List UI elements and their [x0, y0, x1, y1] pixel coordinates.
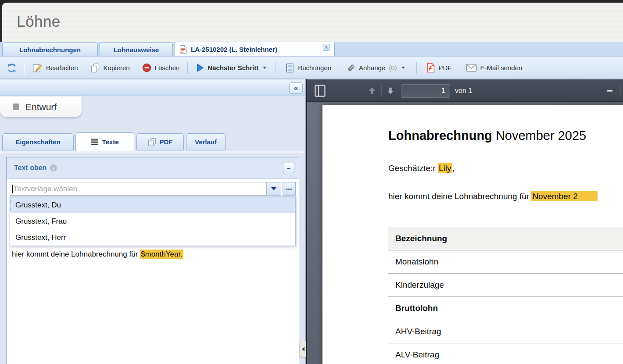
- tab-lohnabrechnungen[interactable]: Lohnabrechnungen: [2, 43, 98, 56]
- status-badge: Entwurf: [0, 96, 82, 117]
- caret-down-icon: [263, 67, 266, 69]
- table-row: Monatslohn: [388, 250, 623, 274]
- template-combo-input[interactable]: Textvorlage wählen: [10, 182, 267, 196]
- table-row: ALV-Beitrag: [388, 343, 623, 364]
- info-icon[interactable]: i: [50, 164, 57, 171]
- page-header: Löhne: [2, 3, 623, 42]
- copy-icon: [90, 63, 100, 73]
- text-editor-content[interactable]: hier kommt deine Lohnabrechnung für $mon…: [7, 246, 299, 263]
- sidebar-toggle-icon: [315, 85, 326, 97]
- main-tab-bar: Lohnabrechnungen Lohnausweise LA-2510202…: [0, 42, 623, 57]
- collapse-panel-button[interactable]: «: [289, 82, 303, 94]
- previous-page-button[interactable]: [367, 86, 377, 96]
- pdf-toolbar-separator: [381, 86, 382, 96]
- zoom-out-button[interactable]: −: [607, 86, 613, 95]
- next-step-label: Nächster Schritt: [208, 64, 258, 71]
- refresh-icon: [6, 63, 18, 73]
- pdf-icon: [426, 63, 435, 73]
- paperclip-icon: [346, 63, 355, 72]
- delete-button[interactable]: Löschen: [140, 61, 183, 74]
- toolbar-separator: [24, 62, 25, 74]
- body-prefix: hier kommt deine Lohnabrechnung für: [388, 192, 531, 201]
- close-icon[interactable]: ×: [323, 44, 330, 51]
- text-oben-panel: Text oben i − Textvorlage wählen ••• Gru…: [6, 157, 299, 364]
- tab-texte[interactable]: Texte: [75, 132, 134, 151]
- toolbar-separator: [187, 62, 188, 74]
- tab-label: Texte: [102, 138, 118, 146]
- minus-circle-icon: [142, 63, 151, 72]
- attachments-count: (0): [389, 64, 397, 71]
- attachments-label: Anhänge: [359, 64, 385, 71]
- dropdown-option[interactable]: Grusstext, Du: [10, 197, 295, 213]
- page-title: Löhne: [17, 13, 61, 30]
- document-title-regular: November 2025: [492, 128, 586, 143]
- highlighted-period: November 2: [531, 191, 598, 201]
- play-icon: [196, 63, 204, 72]
- dropdown-option[interactable]: Grusstext, Frau: [10, 213, 295, 229]
- envelope-icon: [466, 64, 477, 72]
- pdf-label: PDF: [439, 64, 452, 71]
- document-icon: [179, 45, 187, 54]
- tab-eigenschaften[interactable]: Eigenschaften: [2, 133, 74, 150]
- pdf-page: Lohnabrechnung November 2025 Geschätzte:…: [322, 105, 623, 364]
- caret-down-icon: [401, 67, 405, 69]
- tab-pdf[interactable]: PDF: [136, 133, 184, 150]
- text-oben-header: Text oben i −: [7, 157, 299, 179]
- tab-label: Verlauf: [195, 138, 217, 146]
- panel-toolbar: «: [0, 80, 305, 96]
- panel-title: Text oben: [14, 164, 47, 172]
- combo-more-button[interactable]: •••: [283, 182, 296, 196]
- delete-label: Löschen: [155, 64, 180, 71]
- text-lines-icon: [91, 139, 98, 145]
- template-dropdown-list: Grusstext, DuGrusstext, FrauGrusstext, H…: [10, 196, 296, 246]
- ledger-icon: [285, 63, 294, 73]
- template-combo: Textvorlage wählen •••: [10, 182, 296, 196]
- tab-baseline: [0, 151, 305, 153]
- table-body: MonatslohnKinderzulageBruttolohnAHV-Beit…: [388, 250, 623, 364]
- bookings-button[interactable]: Buchungen: [282, 61, 334, 75]
- edit-label: Bearbeiten: [46, 64, 78, 71]
- tab-label: Lohnausweise: [114, 46, 159, 54]
- app-window: Löhne Lohnabrechnungen Lohnausweise LA-2…: [0, 0, 623, 364]
- next-step-button[interactable]: Nächster Schritt: [193, 61, 269, 74]
- pdf-toolbar-separator: [620, 85, 621, 96]
- table-row: AHV-Beitrag: [388, 320, 623, 343]
- arrow-up-icon: [367, 86, 377, 96]
- triangle-left-icon: [302, 347, 304, 351]
- tab-verlauf[interactable]: Verlauf: [186, 133, 226, 150]
- refresh-button[interactable]: [4, 61, 20, 75]
- copy-button[interactable]: Kopieren: [88, 61, 132, 75]
- edit-button[interactable]: Bearbeiten: [30, 61, 81, 75]
- combo-dropdown-button[interactable]: [267, 182, 281, 196]
- pages-icon: [148, 138, 156, 146]
- pdf-viewer: 1 von 1 − Lohnabrechnung November 2025 G…: [307, 79, 623, 364]
- tab-label: Eigenschaften: [15, 138, 61, 146]
- pdf-button[interactable]: PDF: [423, 61, 455, 75]
- bookings-label: Buchungen: [298, 64, 331, 71]
- sidebar-toggle-button[interactable]: [315, 85, 326, 97]
- highlighted-name: Lily: [438, 163, 452, 173]
- chevron-down-icon: [271, 187, 276, 190]
- tab-label: PDF: [160, 138, 173, 146]
- splitter-collapse-handle[interactable]: [300, 341, 306, 357]
- attachments-button[interactable]: Anhänge (0): [344, 61, 407, 74]
- next-page-button[interactable]: [386, 86, 395, 96]
- email-label: E-Mail senden: [480, 64, 523, 71]
- document-greeting: Geschätzte:r Lily,: [388, 164, 623, 173]
- dropdown-option[interactable]: Grusstext, Herr: [10, 229, 295, 246]
- tab-document-la-2510202[interactable]: LA-2510202 (L. Steinlehner) ×: [175, 42, 335, 56]
- greeting-suffix: ,: [452, 164, 455, 173]
- page-number-input[interactable]: 1: [401, 84, 450, 98]
- combo-placeholder: Textvorlage wählen: [14, 185, 78, 193]
- page-count-label: von 1: [455, 87, 472, 95]
- tab-lohnausweise[interactable]: Lohnausweise: [100, 43, 173, 56]
- status-square-icon: [13, 103, 19, 110]
- text-cursor: [12, 185, 13, 193]
- collapse-section-button[interactable]: −: [283, 163, 294, 173]
- column-divider: [590, 227, 590, 250]
- email-button[interactable]: E-Mail senden: [463, 62, 525, 74]
- text-line-prefix: hier kommt deine Lohnabrechnung für: [12, 250, 140, 258]
- table-header: Bezeichnung: [388, 227, 623, 250]
- document-title: Lohnabrechnung November 2025: [388, 128, 623, 143]
- detail-panel: « Entwurf Eigenschaften Texte: [0, 79, 306, 364]
